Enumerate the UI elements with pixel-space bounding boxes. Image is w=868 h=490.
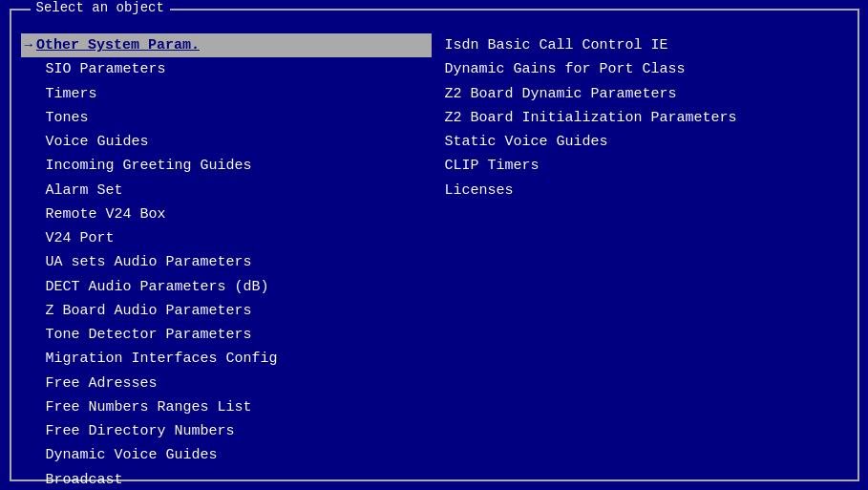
item-label-timers: Timers: [46, 83, 97, 105]
item-label-sio-parameters: SIO Parameters: [46, 58, 166, 80]
item-label-tones: Tones: [46, 107, 89, 129]
left-item-timers[interactable]: Timers: [21, 82, 432, 106]
left-item-tone-detector-parameters[interactable]: Tone Detector Parameters: [21, 323, 432, 347]
item-label-free-numbers-ranges-list: Free Numbers Ranges List: [46, 396, 252, 418]
item-label-free-adresses: Free Adresses: [46, 373, 158, 394]
item-label-other-system-param: Other System Param.: [36, 34, 200, 56]
item-label-dect-audio-parameters: DECT Audio Parameters (dB): [46, 276, 269, 298]
right-item-label-z2-board-dynamic-parameters: Z2 Board Dynamic Parameters: [445, 86, 677, 102]
item-label-free-directory-numbers: Free Directory Numbers: [46, 420, 235, 442]
left-item-sio-parameters[interactable]: SIO Parameters: [21, 57, 432, 81]
left-item-other-system-param[interactable]: →Other System Param.: [21, 33, 432, 57]
left-item-tones[interactable]: Tones: [21, 106, 432, 130]
item-label-voice-guides: Voice Guides: [46, 131, 149, 153]
right-item-licenses[interactable]: Licenses: [441, 179, 848, 202]
content-area: →Other System Param.SIO ParametersTimers…: [11, 11, 857, 479]
item-label-z-board-audio-parameters: Z Board Audio Parameters: [46, 300, 252, 322]
right-item-dynamic-gains-port-class[interactable]: Dynamic Gains for Port Class: [441, 57, 848, 81]
left-item-free-numbers-ranges-list[interactable]: Free Numbers Ranges List: [21, 395, 432, 419]
right-item-static-voice-guides[interactable]: Static Voice Guides: [441, 130, 848, 154]
item-label-incoming-greeting-guides: Incoming Greeting Guides: [46, 155, 252, 177]
item-label-v24-port: V24 Port: [46, 227, 115, 249]
left-menu: →Other System Param.SIO ParametersTimers…: [21, 33, 432, 470]
left-item-free-adresses[interactable]: Free Adresses: [21, 372, 432, 395]
item-label-migration-interfaces-config: Migration Interfaces Config: [46, 348, 278, 370]
frame-title: Select an object: [31, 0, 170, 15]
left-item-remote-v24-box[interactable]: Remote V24 Box: [21, 202, 432, 226]
left-item-broadcast[interactable]: Broadcast: [21, 468, 432, 491]
item-label-remote-v24-box: Remote V24 Box: [46, 203, 166, 225]
right-item-label-dynamic-gains-port-class: Dynamic Gains for Port Class: [445, 61, 686, 77]
item-label-broadcast: Broadcast: [46, 469, 123, 491]
right-item-isdn-basic-call-control-ie[interactable]: Isdn Basic Call Control IE: [441, 33, 848, 57]
arrow-icon: →: [25, 35, 32, 56]
item-label-ua-sets-audio-parameters: UA sets Audio Parameters: [46, 251, 252, 273]
left-item-z-board-audio-parameters[interactable]: Z Board Audio Parameters: [21, 299, 432, 323]
right-item-label-licenses: Licenses: [445, 182, 514, 199]
left-item-incoming-greeting-guides[interactable]: Incoming Greeting Guides: [21, 154, 432, 178]
right-item-label-z2-board-initialization-parameters: Z2 Board Initialization Parameters: [445, 110, 737, 126]
left-item-dynamic-voice-guides[interactable]: Dynamic Voice Guides: [21, 443, 432, 467]
left-item-ua-sets-audio-parameters[interactable]: UA sets Audio Parameters: [21, 250, 432, 274]
left-item-migration-interfaces-config[interactable]: Migration Interfaces Config: [21, 347, 432, 371]
left-item-free-directory-numbers[interactable]: Free Directory Numbers: [21, 419, 432, 443]
left-item-alarm-set[interactable]: Alarm Set: [21, 179, 432, 202]
right-item-label-static-voice-guides: Static Voice Guides: [445, 134, 608, 150]
right-item-z2-board-dynamic-parameters[interactable]: Z2 Board Dynamic Parameters: [441, 82, 848, 106]
left-item-voice-guides[interactable]: Voice Guides: [21, 130, 432, 154]
right-item-z2-board-initialization-parameters[interactable]: Z2 Board Initialization Parameters: [441, 106, 848, 130]
right-item-clip-timers[interactable]: CLIP Timers: [441, 154, 848, 178]
item-label-tone-detector-parameters: Tone Detector Parameters: [46, 324, 252, 346]
item-label-dynamic-voice-guides: Dynamic Voice Guides: [46, 444, 218, 466]
right-item-label-isdn-basic-call-control-ie: Isdn Basic Call Control IE: [445, 37, 668, 53]
select-object-frame: Select an object →Other System Param.SIO…: [10, 9, 859, 481]
item-label-alarm-set: Alarm Set: [46, 180, 123, 202]
left-item-dect-audio-parameters[interactable]: DECT Audio Parameters (dB): [21, 275, 432, 299]
right-menu: Isdn Basic Call Control IEDynamic Gains …: [432, 33, 848, 470]
right-item-label-clip-timers: CLIP Timers: [445, 158, 540, 174]
left-item-v24-port[interactable]: V24 Port: [21, 226, 432, 250]
